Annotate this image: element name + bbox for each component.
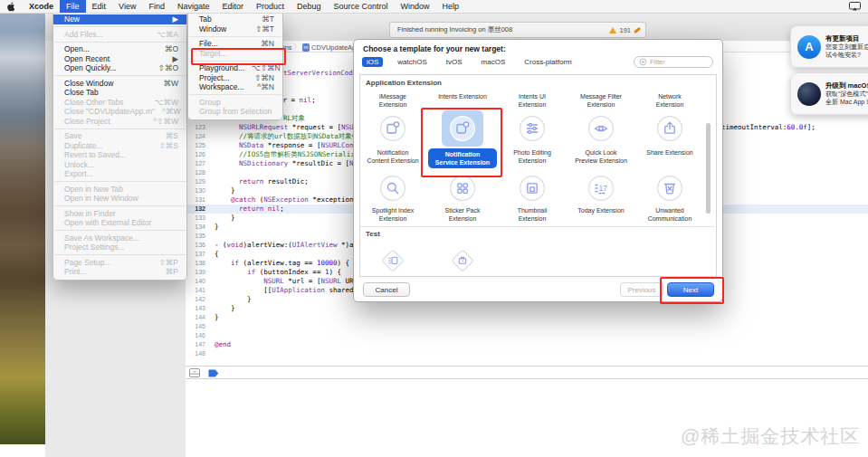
menu-item-shortcut: ⇧⌘P [159,258,178,268]
code-line: if (alertView.tag == 10000) { [215,259,349,268]
app-badge-icon[interactable] [379,115,406,142]
code-line: } [215,304,235,313]
menubar-item-product[interactable]: Product [250,0,291,13]
menubar-item-xcode[interactable]: Xcode [23,0,60,13]
file-menu-item-new[interactable]: New▶ [53,14,186,24]
template-imessage-extension[interactable]: iMessage Extension [358,92,427,109]
notification-line: 全新 Mac App Sto [825,98,868,106]
template-intents-extension[interactable]: Intents Extension [428,92,497,100]
cancel-button[interactable]: Cancel [363,282,410,297]
dialog-scrollbar[interactable] [706,123,711,214]
submenu-arrow-icon: ▶ [172,14,178,24]
line-number: 128 [186,168,205,177]
share-icon[interactable] [656,115,683,142]
diamond-case-icon[interactable] [447,245,478,276]
submenu-arrow-icon: ▶ [172,54,178,64]
new-submenu-item-tab[interactable]: Tab⌘T [188,14,282,24]
tab-ios[interactable]: iOS [362,57,383,67]
template-unwanted-communication[interactable]: Unwanted Communication [635,206,704,223]
menubar-item-edit[interactable]: Edit [86,0,113,13]
code-fragment: timeoutInterval:60.0f]; [721,123,816,132]
template-network-extension[interactable]: Network Extension [635,92,704,109]
svg-text:17: 17 [599,184,608,193]
new-submenu-item-window[interactable]: Window⇧⌘T [188,24,282,34]
filter-icon [639,58,647,66]
magnifier-icon[interactable] [379,175,406,202]
template-thumbnail-extension[interactable]: Thumbnail Extension [498,206,567,223]
tab-macos[interactable]: macOS [477,57,510,67]
menu-item-label: Close "CDVUpdateApp.m" [64,107,155,117]
line-number: 131 [186,195,205,205]
menubar-item-debug[interactable]: Debug [291,0,328,13]
breakpoint-flag-icon[interactable] [208,365,219,381]
menu-item-shortcut: ⌘P [166,267,178,277]
new-submenu: Tab⌘TWindow⇧⌘TFile...⌘NTarget...Playgrou… [187,11,283,120]
notification-text: 有更新项目您要立刻重新启动试今晚安装? [825,34,868,59]
menu-separator [189,94,281,95]
diamond-checklist-icon[interactable] [377,245,408,276]
file-menu-item-add-files: Add Files...⌥⌘A [53,30,186,40]
menubar-item-navigate[interactable]: Navigate [171,0,216,13]
menubar-item-help[interactable]: Help [436,0,466,13]
menu-item-shortcut: ⇧⌘T [255,24,274,34]
new-submenu-item-project[interactable]: Project...⇧⌘N [188,73,282,83]
file-menu-item-close-window[interactable]: Close Window⌘W [53,79,186,89]
warning-count[interactable]: 191 [619,26,631,34]
template-notification-content-extension[interactable]: Notification Content Extension [358,148,427,165]
template-sticker-pack-extension[interactable]: Sticker Pack Extension [428,206,497,223]
file-menu-item-open-recent[interactable]: Open Recent▶ [53,54,186,64]
grid-icon[interactable] [449,175,476,202]
menu-item-label: Window [199,24,226,34]
code-line: @end [215,340,231,349]
code-line: } [215,186,235,195]
apple-menu-icon[interactable] [0,2,23,12]
menubar-item-editor[interactable]: Editor [215,0,250,13]
menu-item-shortcut: ⌥⌘A [157,30,178,40]
code-line: } [215,313,219,322]
menu-item-label: Close Other Tabs [64,98,124,108]
sliders-icon[interactable] [519,115,546,142]
file-menu-item-open[interactable]: Open...⌘O [53,44,186,54]
app-store-icon: A [797,35,821,59]
template-share-extension[interactable]: Share Extension [635,148,704,157]
notification-card[interactable]: 升级到 macOS M获取“深色模式”，全新 Mac App Sto [790,72,868,115]
template-spotlight-index-extension[interactable]: Spotlight Index Extension [358,206,427,223]
tab-cross-platform[interactable]: Cross-platform [520,57,576,67]
eye-icon[interactable] [587,115,615,142]
menu-item-shortcut: ⌘S [166,131,178,141]
screen-mirroring-icon[interactable] [849,2,868,11]
menu-separator [189,36,281,37]
calendar-17-icon[interactable]: 17 [587,175,615,202]
thumbnail-icon[interactable] [519,175,546,202]
template-photo-editing-extension[interactable]: Photo Editing Extension [498,148,567,165]
notification-card[interactable]: A有更新项目您要立刻重新启动试今晚安装? [790,25,868,68]
new-submenu-item-file[interactable]: File...⌘N [188,39,282,49]
tab-tvos[interactable]: tvOS [442,57,467,67]
menubar-item-find[interactable]: Find [142,0,171,13]
template-intents-ui-extension[interactable]: Intents UI Extension [498,92,567,109]
menu-item-label: Open Recent [64,54,110,64]
jumpbar-file-name[interactable]: CDVUpdateAp [311,43,356,52]
menubar-item-window[interactable]: Window [395,0,436,13]
activity-viewer: Finished running Invoicing on 墨丝008 191 [389,22,646,38]
menubar-item-view[interactable]: View [112,0,142,13]
jumpbar-separator: 〉 [294,43,301,52]
template-quick-look-preview-extension[interactable]: Quick Look Preview Extension [567,148,635,165]
hide-debug-area-icon[interactable] [189,365,200,381]
menubar-item-file[interactable]: File [60,0,86,13]
file-menu-item-close-other-tabs: Close Other Tabs⌥⌘W [53,98,186,108]
blocked-icon[interactable] [656,175,683,202]
template-today-extension[interactable]: Today Extension [567,206,635,214]
new-submenu-item-workspace[interactable]: Workspace...^⌘N [188,82,282,92]
tab-watchos[interactable]: watchOS [393,57,431,67]
filter-field[interactable]: Filter [634,56,713,68]
template-message-filter-extension[interactable]: Message Filter Extension [567,92,635,109]
file-menu-item-close-tab[interactable]: Close Tab [53,88,186,98]
file-menu-item-close-cdvupdateapp-m: Close "CDVUpdateApp.m"^⌘W [53,107,186,117]
menu-item-label: Open in New Window [64,194,138,204]
menu-item-label: Close Window [64,79,113,89]
menubar-item-source-control[interactable]: Source Control [328,0,395,13]
file-menu-item-open-quickly[interactable]: Open Quickly...⇧⌘O [53,63,186,73]
menu-item-label: File... [199,39,218,49]
menu-item-label: Workspace... [199,82,243,92]
